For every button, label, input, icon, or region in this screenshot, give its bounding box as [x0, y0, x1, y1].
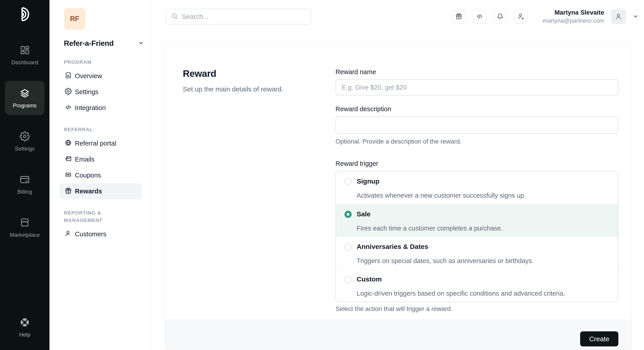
storefront-icon [20, 217, 30, 229]
subnav-item-label: Integration [75, 104, 106, 112]
sidebar-item-settings[interactable]: Settings [5, 124, 44, 158]
bell-icon [497, 13, 504, 20]
trigger-option-signup[interactable]: Signup Activates whenever a new customer… [336, 171, 618, 204]
trigger-option-description: Fires each time a customer completes a p… [357, 225, 611, 237]
search-input[interactable] [182, 9, 311, 24]
subnav-item-referral-portal[interactable]: Referral portal [59, 135, 142, 151]
user-meta: Martyna Slevaite martyna@partnero.com [543, 9, 604, 24]
sidebar-item-help[interactable]: Help [5, 310, 44, 344]
trigger-option-description: Triggers on special dates, such as anniv… [357, 257, 611, 269]
subnav-item-label: Customers [75, 231, 106, 238]
reporting-section-list: Customers [64, 226, 151, 242]
notifications-button[interactable] [493, 10, 507, 23]
page-title: Reward [183, 68, 336, 79]
sidebar-item-label: Settings [15, 146, 35, 152]
ticket-icon [65, 171, 72, 180]
program-section-list: Overview Settings Integration [64, 68, 151, 116]
reward-description-label: Reward description [336, 105, 618, 113]
code-button[interactable] [473, 10, 486, 23]
sidebar-item-programs[interactable]: Programs [5, 81, 44, 115]
reward-name-input[interactable] [336, 79, 618, 95]
credit-card-icon [20, 174, 30, 186]
user-icon [65, 230, 72, 239]
card-footer: Create [165, 320, 632, 350]
subnav-item-emails[interactable]: Emails [59, 151, 142, 167]
subnav-item-label: Coupons [75, 172, 101, 179]
gift-button[interactable] [452, 10, 466, 23]
reward-card: Reward Set up the main details of reward… [164, 41, 632, 350]
sidebar-item-billing[interactable]: Billing [5, 167, 44, 201]
subnav-item-integration[interactable]: Integration [59, 100, 142, 116]
reward-card-body: Reward Set up the main details of reward… [165, 42, 632, 320]
person-icon [614, 12, 622, 21]
radio-unselected[interactable] [344, 178, 352, 185]
trigger-option-title: Anniversaries & Dates [357, 243, 611, 255]
trigger-option-description: Activates whenever a new customer succes… [357, 192, 611, 204]
user-name: Martyna Slevaite [543, 9, 604, 16]
reward-trigger-helper: Select the action that will trigger a re… [336, 305, 618, 313]
reward-form: Reward name Reward description Optional.… [336, 68, 618, 320]
sidebar-item-marketplace[interactable]: Marketplace [5, 210, 44, 244]
sidebar-item-dashboard[interactable]: Dashboard [5, 38, 44, 72]
chevron-down-icon [632, 13, 638, 20]
trigger-option-title: Sale [357, 210, 611, 223]
user-email: martyna@partnero.com [543, 17, 604, 24]
partnero-logo [18, 6, 32, 22]
search-box [166, 9, 311, 24]
chart-doc-icon [65, 72, 72, 80]
primary-nav: Dashboard Programs [0, 38, 50, 244]
radio-unselected[interactable] [344, 243, 352, 251]
gear-icon [65, 88, 72, 96]
subnav-item-rewards[interactable]: Rewards [59, 183, 142, 199]
section-heading-program: PROGRAM [64, 58, 118, 66]
subnav-item-settings[interactable]: Settings [59, 84, 142, 100]
trigger-option-title: Custom [357, 275, 611, 288]
section-heading-referral: REFERRAL [64, 126, 118, 133]
add-user-button[interactable] [514, 10, 528, 23]
code-icon [476, 13, 483, 20]
sidebar-item-label: Billing [17, 189, 32, 195]
globe-icon [65, 139, 72, 148]
sidebar-item-label: Help [19, 332, 30, 338]
reward-description-input[interactable] [336, 116, 618, 134]
subnav-item-overview[interactable]: Overview [59, 68, 142, 84]
mail-arrow-icon [65, 155, 72, 164]
gift-icon [65, 187, 72, 196]
gift-icon [455, 13, 462, 20]
reward-trigger-group: Signup Activates whenever a new customer… [336, 171, 618, 302]
subnav-item-customers[interactable]: Customers [59, 226, 142, 242]
create-button[interactable]: Create [580, 331, 618, 347]
trigger-option-sale[interactable]: Sale Fires each time a customer complete… [336, 204, 618, 237]
primary-sidebar: Dashboard Programs [0, 0, 50, 350]
program-sidebar: RF Refer-a-Friend PROGRAM Overview [50, 0, 151, 350]
reward-description-helper: Optional. Provide a description of the r… [336, 138, 618, 145]
sidebar-item-label: Marketplace [10, 232, 40, 238]
subnav-item-label: Rewards [75, 188, 102, 195]
page-subtitle: Set up the main details of reward. [183, 85, 336, 93]
search-icon [171, 13, 178, 20]
program-switcher[interactable]: Refer-a-Friend [64, 39, 144, 48]
chevron-down-icon [138, 40, 144, 47]
reward-intro: Reward Set up the main details of reward… [183, 68, 336, 320]
trigger-option-title: Signup [357, 177, 611, 190]
subnav-item-label: Overview [75, 72, 102, 80]
layers-icon [20, 88, 30, 99]
app-root: Dashboard Programs [0, 0, 644, 350]
life-buoy-icon [20, 317, 30, 329]
sidebar-item-label: Programs [13, 102, 37, 109]
topbar: Martyna Slevaite martyna@partnero.com [151, 0, 644, 33]
content: Reward Set up the main details of reward… [151, 33, 644, 350]
subnav-item-label: Emails [75, 156, 94, 163]
radio-selected[interactable] [344, 211, 352, 218]
trigger-option-anniversaries[interactable]: Anniversaries & Dates Triggers on specia… [336, 237, 618, 269]
subnav-item-coupons[interactable]: Coupons [59, 167, 142, 183]
program-avatar: RF [64, 8, 86, 30]
subnav-item-label: Settings [75, 88, 98, 96]
trigger-option-custom[interactable]: Custom Logic-driven triggers based on sp… [336, 269, 618, 302]
trigger-option-description: Logic-driven triggers based on specific … [357, 290, 611, 302]
user-menu-chevron[interactable] [632, 13, 638, 20]
radio-unselected[interactable] [344, 276, 352, 283]
avatar[interactable] [611, 9, 626, 24]
gear-icon [20, 131, 30, 142]
sidebar-item-label: Dashboard [11, 59, 38, 66]
